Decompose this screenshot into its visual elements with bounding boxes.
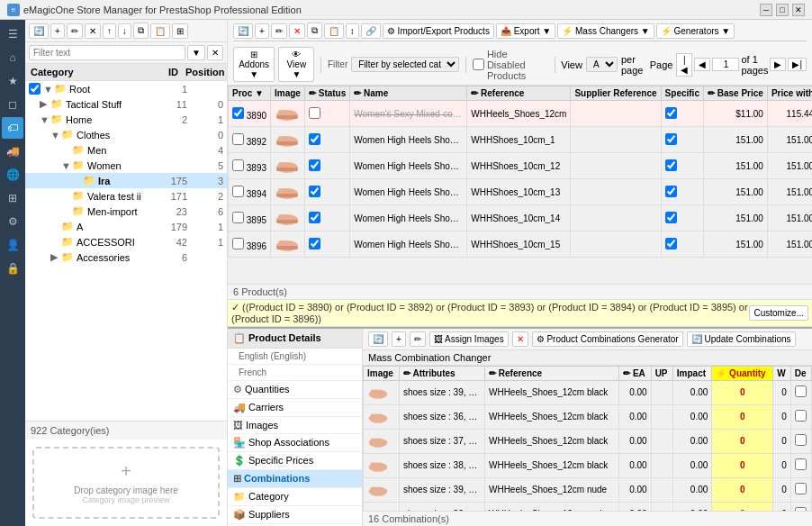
- specific-checkbox-3896[interactable]: [665, 238, 677, 249]
- specific-checkbox-3893[interactable]: [665, 159, 677, 171]
- col-specific[interactable]: Specific: [661, 86, 703, 101]
- cat-item-ira[interactable]: 📁 Ira 175 3: [25, 173, 227, 188]
- pd-carriers[interactable]: 🚚 Carriers: [228, 399, 362, 417]
- pd-shop-associations[interactable]: 🏪 Shop Associations: [228, 434, 362, 452]
- status-checkbox-3892[interactable]: [309, 133, 320, 145]
- de-checkbox-1[interactable]: [795, 410, 807, 422]
- category-filter-input[interactable]: [29, 45, 185, 60]
- close-btn[interactable]: ✕: [792, 4, 805, 16]
- cat-item-women[interactable]: ▼ 📁 Women 5: [25, 158, 227, 173]
- status-checkbox-3894[interactable]: [309, 186, 320, 197]
- row-checkbox-3894[interactable]: [232, 186, 244, 197]
- move-up-btn[interactable]: ↑: [103, 23, 116, 39]
- edit-category-btn[interactable]: ✏: [67, 23, 83, 39]
- filter-clear-btn[interactable]: ✕: [207, 45, 223, 60]
- cat-item-tactical[interactable]: ▶ 📁 Tactical Stuff 11 0: [25, 96, 227, 112]
- pd-category[interactable]: 📁 Category: [228, 488, 362, 506]
- col-base-price[interactable]: ✏ Base Price: [703, 86, 767, 101]
- de-checkbox-2[interactable]: [795, 434, 807, 446]
- pd-quantities[interactable]: ⚙ Quantities: [228, 381, 362, 399]
- pd-specific-prices[interactable]: 💲 Specific Prices: [228, 452, 362, 470]
- comb-col-quantity[interactable]: ⚡ Quantity: [712, 366, 773, 380]
- cat-item-men[interactable]: 📁 Men 4: [25, 142, 227, 158]
- menu-icon[interactable]: ☰: [2, 23, 23, 45]
- customize-filter-btn[interactable]: Customize...: [749, 305, 808, 321]
- hide-disabled-checkbox[interactable]: [473, 59, 484, 70]
- cat-item-root[interactable]: ▼ 📁 Root 1: [25, 81, 227, 96]
- expand-btn[interactable]: ⊞: [172, 23, 188, 39]
- refresh-category-btn[interactable]: 🔄: [29, 23, 49, 39]
- delete-product-btn[interactable]: ✕: [289, 23, 305, 39]
- comb-col-attributes[interactable]: ✏ Attributes: [400, 366, 485, 380]
- link-product-btn[interactable]: 🔗: [361, 23, 381, 39]
- copy-btn[interactable]: ⧉: [133, 23, 149, 39]
- specific-checkbox-3892[interactable]: [665, 133, 677, 145]
- cat-toggle-root[interactable]: ▼: [43, 84, 54, 95]
- cat-toggle-accessories[interactable]: ▶: [50, 251, 61, 263]
- pd-suppliers[interactable]: 📦 Suppliers: [228, 506, 362, 524]
- comb-col-image[interactable]: Image: [364, 366, 400, 380]
- home-icon[interactable]: ⌂: [2, 47, 23, 68]
- filter-category-select[interactable]: Filter by selected category: [351, 57, 459, 72]
- comb-col-ea[interactable]: ✏ EA: [619, 366, 652, 380]
- cat-item-accessori[interactable]: 📁 ACCESSORI 42 1: [25, 234, 227, 249]
- pd-images[interactable]: 🖼 Images: [228, 417, 362, 434]
- status-checkbox-3890[interactable]: [309, 107, 320, 119]
- cat-item-home[interactable]: ▼ 📁 Home 2 1: [25, 112, 227, 127]
- puzzle-icon[interactable]: ⊞: [2, 187, 23, 209]
- comb-col-reference[interactable]: ✏ Reference: [484, 366, 618, 380]
- user-icon[interactable]: 👤: [2, 234, 23, 256]
- add-product-btn[interactable]: +: [255, 23, 269, 39]
- move-down-btn[interactable]: ↓: [118, 23, 131, 39]
- view-btn[interactable]: 👁 View ▼: [278, 47, 314, 82]
- generators-btn[interactable]: ⚡ Generators ▼: [656, 23, 735, 39]
- cat-toggle-home[interactable]: ▼: [40, 114, 50, 125]
- col-reference[interactable]: ✏ Reference: [467, 86, 571, 101]
- row-checkbox-3892[interactable]: [232, 133, 244, 145]
- filter-options-btn[interactable]: ▼: [187, 45, 205, 60]
- comb-add-btn[interactable]: +: [392, 331, 406, 347]
- maximize-btn[interactable]: □: [776, 4, 789, 16]
- de-checkbox-4[interactable]: [795, 483, 807, 494]
- refresh-products-btn[interactable]: 🔄: [233, 23, 253, 39]
- comb-delete-btn[interactable]: ✕: [512, 331, 528, 347]
- comb-edit-btn[interactable]: ✏: [410, 331, 426, 347]
- cat-item-a[interactable]: 📁 A 179 1: [25, 219, 227, 234]
- row-checkbox-3896[interactable]: [232, 238, 244, 249]
- status-checkbox-3893[interactable]: [309, 159, 320, 171]
- product-combinations-generator-btn[interactable]: ⚙ Product Combinations Generator: [532, 331, 683, 347]
- import-export-btn[interactable]: ⚙ Import/Export Products: [383, 23, 494, 39]
- row-checkbox-3895[interactable]: [232, 212, 244, 223]
- specific-checkbox-3894[interactable]: [665, 186, 677, 197]
- cat-item-men-import[interactable]: 📁 Men-import 23 6: [25, 204, 227, 219]
- globe-icon[interactable]: 🌐: [2, 164, 23, 186]
- assign-images-btn[interactable]: 🖼 Assign Images: [429, 331, 509, 347]
- status-checkbox-3895[interactable]: [309, 212, 320, 223]
- specific-checkbox-3895[interactable]: [665, 212, 677, 223]
- cat-item-clothes[interactable]: ▼ 📁 Clothes 0: [25, 127, 227, 142]
- col-name[interactable]: ✏ Name: [350, 86, 467, 101]
- first-page-btn[interactable]: |◀: [676, 53, 692, 77]
- lock-icon[interactable]: 🔒: [2, 258, 23, 279]
- drop-zone[interactable]: + Drop category image here Category imag…: [32, 447, 220, 519]
- update-combinations-btn[interactable]: 🔄 Update Combinations: [687, 331, 796, 347]
- add-category-btn[interactable]: +: [50, 23, 65, 39]
- col-price-with[interactable]: Price with: [767, 86, 812, 101]
- copy-product-btn[interactable]: ⧉: [307, 23, 322, 39]
- specific-checkbox-3890[interactable]: [665, 107, 677, 119]
- comb-refresh-btn[interactable]: 🔄: [368, 331, 388, 347]
- cat-item-valera[interactable]: 📁 Valera test ii 171 2: [25, 188, 227, 204]
- col-proc[interactable]: Proc ▼: [229, 86, 271, 101]
- last-page-btn[interactable]: ▶|: [788, 58, 807, 71]
- pd-lang-french[interactable]: French: [228, 365, 362, 381]
- box-icon[interactable]: ◻: [2, 94, 23, 115]
- col-image[interactable]: Image: [271, 86, 305, 101]
- paste-btn[interactable]: 📋: [150, 23, 170, 39]
- pd-lang-english[interactable]: English (English): [228, 349, 362, 365]
- move-product-btn[interactable]: ↕: [346, 23, 359, 39]
- de-checkbox-3[interactable]: [795, 458, 807, 470]
- col-status[interactable]: ✏ Status: [304, 86, 349, 101]
- paste-product-btn[interactable]: 📋: [324, 23, 344, 39]
- mass-changers-btn[interactable]: ⚡ Mass Changers ▼: [557, 23, 654, 39]
- next-page-btn[interactable]: ▶: [770, 58, 786, 71]
